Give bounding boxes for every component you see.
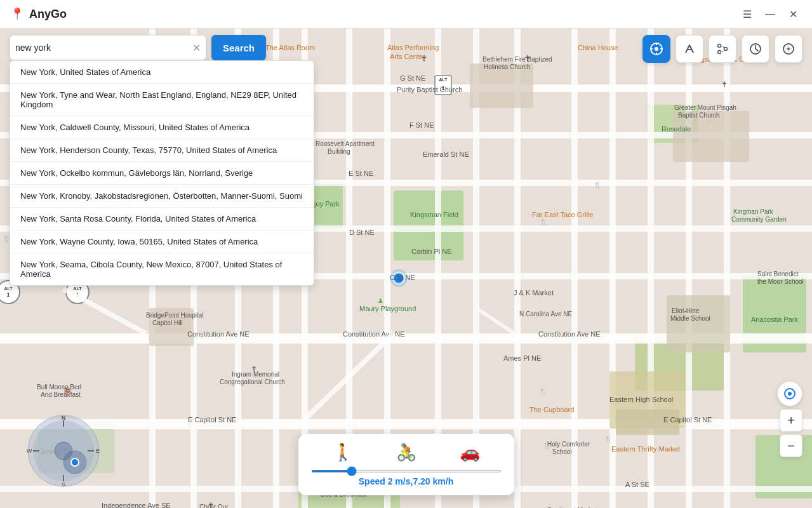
svg-rect-42 bbox=[686, 29, 692, 508]
svg-rect-41 bbox=[648, 29, 654, 508]
svg-text:F St NE: F St NE bbox=[409, 121, 434, 129]
svg-text:the Moor School: the Moor School bbox=[757, 278, 804, 285]
svg-text:E St NE: E St NE bbox=[349, 170, 373, 177]
svg-text:ALT: ALT bbox=[4, 286, 13, 291]
svg-rect-39 bbox=[571, 29, 578, 508]
svg-text:ALT: ALT bbox=[73, 286, 82, 291]
route-button[interactable] bbox=[676, 35, 703, 63]
dropdown-item[interactable]: New York, Kronoby, Jakobstadsregionen, Ö… bbox=[10, 185, 314, 208]
svg-text:Greater Mount Pisgah: Greater Mount Pisgah bbox=[674, 104, 736, 111]
dropdown-item[interactable]: New York, Henderson County, Texas, 75770… bbox=[10, 139, 314, 162]
svg-point-153 bbox=[71, 458, 79, 466]
svg-text:N Carolina Ave NE: N Carolina Ave NE bbox=[519, 311, 573, 318]
svg-text:Constitution Ave NE: Constitution Ave NE bbox=[343, 330, 405, 338]
svg-text:Independence Ave SE: Independence Ave SE bbox=[102, 502, 171, 508]
speed-display: Speed 2 m/s,7.20 km/h bbox=[311, 476, 502, 486]
svg-text:Community Garden: Community Garden bbox=[731, 216, 787, 223]
right-toolbar bbox=[642, 35, 802, 63]
svg-text:Middle School: Middle School bbox=[670, 315, 710, 322]
bike-button[interactable]: 🚴 bbox=[396, 443, 416, 462]
svg-text:The Atlas Room: The Atlas Room bbox=[265, 44, 315, 51]
zoom-out-button[interactable]: − bbox=[780, 434, 802, 457]
svg-rect-69 bbox=[673, 111, 749, 162]
dropdown-item[interactable]: New York, Ockelbo kommun, Gävleborgs län… bbox=[10, 162, 314, 185]
speed-slider[interactable] bbox=[311, 470, 502, 472]
svg-text:🍴: 🍴 bbox=[594, 181, 602, 189]
speed-value: 2 m/s,7.20 km/h bbox=[388, 476, 454, 486]
svg-text:Baptist Church: Baptist Church bbox=[678, 112, 720, 119]
dropdown-item[interactable]: New York, United States of America bbox=[10, 61, 314, 84]
svg-text:W: W bbox=[27, 448, 32, 454]
zoom-in-button[interactable]: + bbox=[780, 409, 802, 432]
zoom-controls: + − bbox=[780, 409, 802, 457]
svg-text:Eliot-Hine: Eliot-Hine bbox=[672, 307, 700, 314]
svg-text:Holiness Church: Holiness Church bbox=[484, 64, 530, 70]
speed-label: Speed bbox=[359, 476, 385, 486]
search-bar: ✕ Search bbox=[10, 35, 266, 60]
svg-text:Constitution Ave NE: Constitution Ave NE bbox=[187, 330, 250, 338]
svg-text:🍴: 🍴 bbox=[604, 435, 613, 443]
svg-text:Corbin Pl NE: Corbin Pl NE bbox=[411, 248, 452, 255]
svg-text:E Capitol St NE: E Capitol St NE bbox=[663, 416, 712, 424]
dropdown-item[interactable]: New York, Caldwell County, Missouri, Uni… bbox=[10, 116, 314, 139]
svg-rect-71 bbox=[667, 295, 730, 352]
compass-rose: N S E W bbox=[25, 413, 102, 489]
dropdown-item[interactable]: New York, Tyne and Wear, North East Engl… bbox=[10, 84, 314, 116]
search-button[interactable]: Search bbox=[211, 35, 266, 60]
svg-text:Roosevelt Apartment: Roosevelt Apartment bbox=[316, 140, 375, 147]
speed-slider-wrap bbox=[311, 470, 502, 472]
svg-text:Kingman Park: Kingman Park bbox=[733, 208, 774, 215]
svg-rect-43 bbox=[724, 29, 730, 508]
svg-text:Far East Taco Grille: Far East Taco Grille bbox=[532, 211, 593, 218]
search-dropdown: New York, United States of AmericaNew Yo… bbox=[10, 60, 314, 286]
svg-text:Ames Pl NE: Ames Pl NE bbox=[503, 354, 541, 362]
svg-point-6 bbox=[718, 44, 721, 48]
walk-button[interactable]: 🚶 bbox=[333, 443, 353, 462]
car-button[interactable]: 🚗 bbox=[460, 443, 480, 462]
svg-point-11 bbox=[788, 48, 790, 50]
svg-text:Purity Baptist Church: Purity Baptist Church bbox=[397, 86, 462, 93]
svg-text:E: E bbox=[96, 448, 100, 454]
svg-text:G St NE: G St NE bbox=[400, 74, 425, 82]
svg-text:School: School bbox=[552, 448, 572, 455]
waypoint-button[interactable] bbox=[709, 35, 736, 63]
svg-text:Congregational Church: Congregational Church bbox=[220, 378, 285, 385]
svg-text:ejoy Park: ejoy Park bbox=[310, 200, 340, 208]
menu-button[interactable]: ☰ bbox=[738, 5, 756, 23]
svg-text:Holy Comforter: Holy Comforter bbox=[547, 441, 590, 448]
close-button[interactable]: ✕ bbox=[784, 5, 802, 23]
clear-button[interactable]: ✕ bbox=[192, 42, 201, 54]
svg-text:Bull Moose Bed: Bull Moose Bed bbox=[37, 384, 81, 391]
svg-text:Building: Building bbox=[328, 148, 350, 155]
transport-mode-selector: 🚶 🚴 🚗 bbox=[311, 443, 502, 462]
dropdown-item[interactable]: New York, Santa Rosa County, Florida, Un… bbox=[10, 208, 314, 231]
compass-button[interactable] bbox=[775, 35, 802, 63]
title-bar: 📍 AnyGo ☰ — ✕ bbox=[0, 0, 812, 29]
svg-text:And Breakfast: And Breakfast bbox=[41, 391, 81, 398]
svg-text:🍴: 🍴 bbox=[540, 218, 548, 226]
svg-text:Saint Benedict: Saint Benedict bbox=[757, 271, 799, 277]
svg-point-140 bbox=[788, 392, 792, 396]
svg-text:E Capitol St NE: E Capitol St NE bbox=[188, 416, 236, 424]
history-button[interactable] bbox=[742, 35, 769, 63]
svg-text:N: N bbox=[62, 415, 66, 421]
map-locate-button[interactable] bbox=[777, 381, 802, 406]
svg-text:Anacostia Park: Anacostia Park bbox=[751, 316, 798, 323]
svg-text:BridgePoint Hospital: BridgePoint Hospital bbox=[146, 312, 204, 319]
svg-text:Capitol Hill: Capitol Hill bbox=[152, 319, 183, 326]
locate-button[interactable] bbox=[642, 35, 670, 63]
svg-text:China House: China House bbox=[578, 44, 618, 51]
svg-text:C St NE: C St NE bbox=[390, 274, 415, 281]
svg-text:ALT: ALT bbox=[439, 77, 448, 82]
minimize-button[interactable]: — bbox=[761, 5, 779, 23]
dropdown-item[interactable]: New York, Wayne County, Iowa, 50165, Uni… bbox=[10, 231, 314, 253]
svg-text:✝: ✝ bbox=[721, 80, 728, 89]
svg-text:Maury Playground: Maury Playground bbox=[359, 305, 416, 312]
svg-text:Eastern Thrifty Market: Eastern Thrifty Market bbox=[611, 445, 680, 453]
search-input[interactable] bbox=[15, 43, 192, 53]
dropdown-item[interactable]: New York, Seama, Cibola County, New Mexi… bbox=[10, 253, 314, 285]
svg-text:The Cupboard: The Cupboard bbox=[529, 406, 574, 413]
svg-text:J & K Market: J & K Market bbox=[514, 289, 554, 297]
app-title: AnyGo bbox=[29, 8, 738, 21]
window-controls: ☰ — ✕ bbox=[738, 5, 802, 23]
